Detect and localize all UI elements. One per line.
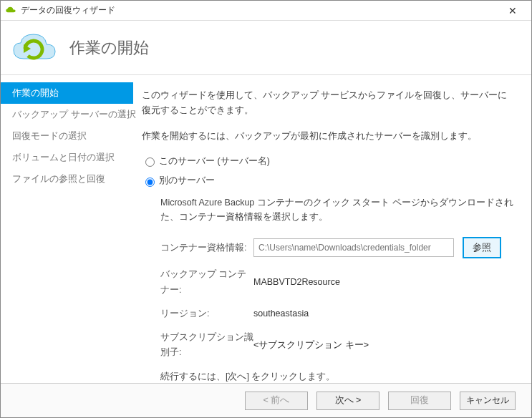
close-button[interactable]: ✕: [498, 1, 527, 20]
step-select-volume-date[interactable]: ボリュームと日付の選択: [1, 147, 133, 168]
title-bar: データの回復ウィザード ✕: [1, 1, 531, 21]
step-select-backup-server[interactable]: バックアップ サーバーの選択: [1, 104, 133, 125]
identify-prompt: 作業を開始するには、バックアップが最初に作成されたサーバーを識別します。: [142, 129, 516, 144]
window-title: データの回復ウィザード: [21, 4, 115, 16]
recover-button[interactable]: 回復: [388, 392, 451, 410]
wizard-steps-sidebar: 作業の開始 バックアップ サーバーの選択 回復モードの選択 ボリュームと日付の選…: [1, 75, 133, 383]
vault-credentials-label: コンテナー資格情報:: [160, 240, 253, 256]
backup-container-value: MABBVTD2Resource: [253, 275, 340, 290]
other-server-block: Microsoft Azure Backup コンテナーのクイック スタート ペ…: [160, 195, 516, 383]
region-label: リージョン:: [160, 306, 253, 321]
subscription-value: <サブスクリプション キー>: [253, 338, 369, 353]
radio-other-server-input[interactable]: [145, 178, 155, 187]
page-title: 作業の開始: [69, 37, 149, 59]
vault-credentials-row: コンテナー資格情報: 参照: [160, 237, 516, 258]
cloud-restore-icon: [11, 33, 57, 63]
region-value: southeastasia: [253, 306, 309, 321]
close-icon: ✕: [508, 5, 517, 16]
radio-this-server-label: このサーバー (サーバー名): [159, 154, 270, 169]
cancel-button[interactable]: キャンセル: [460, 392, 516, 410]
backup-container-label: バックアップ コンテナー:: [160, 267, 253, 298]
radio-other-server[interactable]: 別のサーバー: [142, 173, 516, 188]
app-icon: [5, 5, 16, 16]
browse-button[interactable]: 参照: [463, 237, 501, 258]
step-select-recovery-mode[interactable]: 回復モードの選択: [1, 125, 133, 147]
wizard-window: データの回復ウィザード ✕ 作業の開始 作業の開始 バックアップ サーバーの選択…: [0, 0, 532, 418]
step-getting-started[interactable]: 作業の開始: [1, 82, 133, 104]
subscription-label: サブスクリプション識別子:: [160, 330, 253, 361]
backup-container-row: バックアップ コンテナー: MABBVTD2Resource: [160, 267, 516, 298]
radio-this-server[interactable]: このサーバー (サーバー名): [142, 154, 516, 169]
wizard-content: このウィザードを使用して、バックアップ サービスからファイルを回復し、サーバーに…: [133, 75, 531, 383]
region-row: リージョン: southeastasia: [160, 306, 516, 321]
wizard-footer: < 前へ 次へ > 回復 キャンセル: [1, 383, 531, 417]
back-button[interactable]: < 前へ: [245, 392, 308, 410]
wizard-header: 作業の開始: [1, 21, 531, 75]
wizard-body: 作業の開始 バックアップ サーバーの選択 回復モードの選択 ボリュームと日付の選…: [1, 75, 531, 383]
subscription-row: サブスクリプション識別子: <サブスクリプション キー>: [160, 330, 516, 361]
intro-text: このウィザードを使用して、バックアップ サービスからファイルを回復し、サーバーに…: [142, 88, 516, 119]
radio-other-server-label: 別のサーバー: [159, 173, 215, 188]
continue-note: 続行するには、[次へ] をクリックします。: [160, 369, 516, 384]
vault-credentials-input[interactable]: [253, 238, 454, 257]
next-button[interactable]: 次へ >: [316, 392, 379, 410]
step-browse-recover-files[interactable]: ファイルの参照と回復: [1, 168, 133, 190]
other-server-description: Microsoft Azure Backup コンテナーのクイック スタート ペ…: [160, 195, 516, 224]
radio-this-server-input[interactable]: [145, 157, 155, 167]
